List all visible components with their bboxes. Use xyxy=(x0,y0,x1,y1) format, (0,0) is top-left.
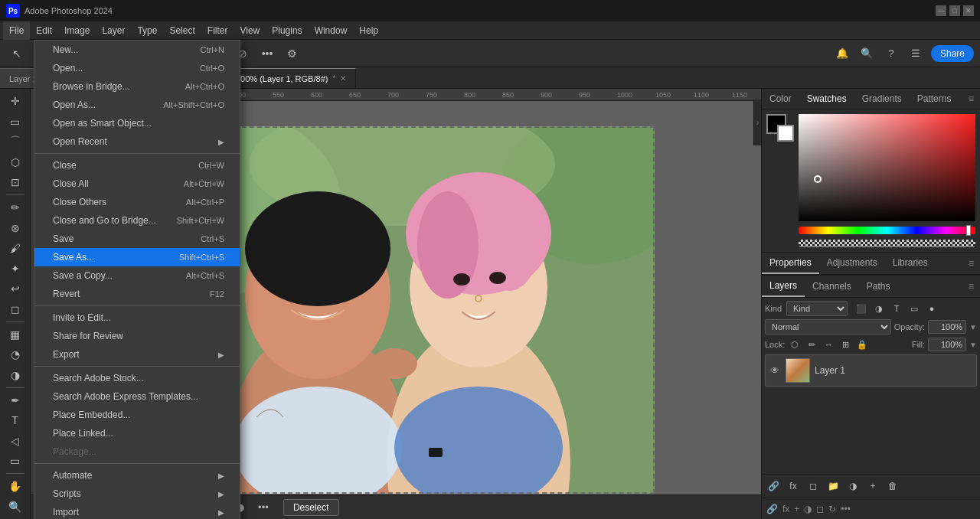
lock-pixels-button[interactable]: ✏ xyxy=(805,338,818,351)
workspace-icon[interactable]: ☰ xyxy=(906,44,925,63)
color-panel-menu[interactable]: ≡ xyxy=(962,90,980,107)
rectangular-marquee-tool[interactable]: ▭ xyxy=(3,112,28,130)
tab-paths[interactable]: Paths xyxy=(859,276,898,296)
tab-properties[interactable]: Properties xyxy=(762,253,819,274)
lock-position-button[interactable]: ↔ xyxy=(822,338,835,351)
zoom-tool[interactable]: 🔍 xyxy=(3,498,28,516)
menu-item-window[interactable]: Window xyxy=(309,21,354,40)
blur-tool[interactable]: ◔ xyxy=(3,345,28,364)
hand-tool[interactable]: ✋ xyxy=(3,477,28,495)
history-brush-tool[interactable]: ↩ xyxy=(3,279,28,298)
move-tool[interactable]: ✛ xyxy=(3,92,28,110)
menu-place-embedded[interactable]: Place Embedded... xyxy=(34,406,240,424)
menu-open-as[interactable]: Open As... Alt+Shift+Ctrl+O xyxy=(34,96,240,114)
tab-layers[interactable]: Layers xyxy=(762,276,805,297)
crop-tool[interactable]: ⊡ xyxy=(3,173,28,191)
menu-automate[interactable]: Automate ▶ xyxy=(34,466,240,485)
gradient-tool[interactable]: ▦ xyxy=(3,325,28,344)
blend-mode-select[interactable]: Normal xyxy=(765,319,891,335)
shape-tool[interactable]: ▭ xyxy=(3,452,28,470)
rotate-icon-bottom[interactable]: ↻ xyxy=(828,504,836,514)
link-layers-button[interactable]: 🔗 xyxy=(765,478,782,495)
alpha-slider[interactable] xyxy=(799,240,975,247)
menu-item-edit[interactable]: Edit xyxy=(30,21,58,40)
lock-transparent-button[interactable]: ⬡ xyxy=(788,338,802,351)
menu-save[interactable]: Save Ctrl+S xyxy=(34,230,240,248)
menu-import[interactable]: Import ▶ xyxy=(34,503,240,519)
properties-panel-menu[interactable]: ≡ xyxy=(962,253,980,274)
menu-scripts[interactable]: Scripts ▶ xyxy=(34,485,240,503)
background-swatch[interactable] xyxy=(777,125,794,142)
tab-libraries[interactable]: Libraries xyxy=(885,253,936,274)
hue-handle[interactable] xyxy=(966,225,971,236)
move-tool-option[interactable]: ↖ xyxy=(6,43,28,64)
maximize-button[interactable]: □ xyxy=(949,5,960,16)
color-fill-icon-bottom[interactable]: ◻ xyxy=(816,504,824,514)
lock-all-button[interactable]: 🔒 xyxy=(855,338,869,351)
menu-browse-bridge[interactable]: Browse in Bridge... Alt+Ctrl+O xyxy=(34,77,240,96)
menu-close-all[interactable]: Close All Alt+Ctrl+W xyxy=(34,175,240,193)
share-button[interactable]: Share xyxy=(931,45,974,62)
menu-open-recent[interactable]: Open Recent ▶ xyxy=(34,132,240,151)
deselect-button[interactable]: Deselect xyxy=(283,499,339,516)
tab-gradients[interactable]: Gradients xyxy=(854,89,910,109)
menu-share-review[interactable]: Share for Review xyxy=(34,327,240,345)
close-button[interactable]: ✕ xyxy=(963,5,974,16)
menu-item-image[interactable]: Image xyxy=(58,21,96,40)
menu-item-file[interactable]: File xyxy=(3,21,30,40)
menu-save-copy[interactable]: Save a Copy... Alt+Ctrl+S xyxy=(34,266,240,285)
type-tool[interactable]: T xyxy=(3,411,28,429)
add-mask-button[interactable]: ◻ xyxy=(805,478,822,495)
fill-input[interactable] xyxy=(928,338,966,351)
more-icon-bottom[interactable]: ••• xyxy=(841,504,851,514)
menu-close-others[interactable]: Close Others Alt+Ctrl+P xyxy=(34,193,240,211)
settings-option[interactable]: ⚙ xyxy=(281,43,302,64)
color-saturation-box[interactable] xyxy=(799,114,975,221)
fill-arrow[interactable]: ▼ xyxy=(969,341,977,349)
create-adjustment-button[interactable]: ◑ xyxy=(844,478,861,495)
tab-adjustments[interactable]: Adjustments xyxy=(819,253,885,274)
menu-export[interactable]: Export ▶ xyxy=(34,345,240,364)
more-bottom-button[interactable]: ••• xyxy=(254,498,273,517)
panel-collapse-handle[interactable]: › xyxy=(753,100,761,145)
tab-close-2[interactable]: ✕ xyxy=(340,74,346,83)
opacity-arrow[interactable]: ▼ xyxy=(969,323,977,331)
dodge-tool[interactable]: ◑ xyxy=(3,365,28,384)
tab-patterns[interactable]: Patterns xyxy=(910,89,959,109)
menu-search-stock[interactable]: Search Adobe Stock... xyxy=(34,369,240,387)
menu-save-as[interactable]: Save As... Shift+Ctrl+S xyxy=(34,248,240,266)
adjustments-icon-bottom[interactable]: ◑ xyxy=(804,504,812,514)
fx-icon-bottom[interactable]: fx xyxy=(782,504,789,514)
clone-stamp-tool[interactable]: ✦ xyxy=(3,259,28,277)
hue-slider[interactable] xyxy=(799,227,975,234)
layer-type-icon[interactable]: T xyxy=(889,301,904,316)
menu-close-bridge[interactable]: Close and Go to Bridge... Shift+Ctrl+W xyxy=(34,211,240,230)
menu-open-smart[interactable]: Open as Smart Object... xyxy=(34,114,240,132)
more-options[interactable]: ••• xyxy=(256,43,278,64)
menu-new[interactable]: New... Ctrl+N xyxy=(34,41,240,59)
tab-color[interactable]: Color xyxy=(762,89,799,109)
menu-item-layer[interactable]: Layer xyxy=(96,21,131,40)
eyedropper-tool[interactable]: ✏ xyxy=(3,198,28,217)
layer-adjust-icon[interactable]: ◑ xyxy=(871,301,887,316)
create-group-button[interactable]: 📁 xyxy=(825,478,841,495)
eraser-tool[interactable]: ◻ xyxy=(3,299,28,318)
pen-tool[interactable]: ✒ xyxy=(3,391,28,410)
healing-brush-tool[interactable]: ⊛ xyxy=(3,218,28,237)
layers-panel-menu[interactable]: ≡ xyxy=(962,278,980,295)
brush-tool[interactable]: 🖌 xyxy=(3,239,28,257)
menu-item-view[interactable]: View xyxy=(234,21,266,40)
menu-revert[interactable]: Revert F12 xyxy=(34,285,240,303)
link-icon-bottom[interactable]: 🔗 xyxy=(766,504,778,514)
layer-pixel-icon[interactable]: ⬛ xyxy=(854,301,869,316)
menu-item-type[interactable]: Type xyxy=(131,21,163,40)
layer-effects-button[interactable]: fx xyxy=(785,478,802,495)
lock-artboard-button[interactable]: ⊞ xyxy=(838,338,852,351)
menu-search-express[interactable]: Search Adobe Express Templates... xyxy=(34,387,240,406)
menu-close[interactable]: Close Ctrl+W xyxy=(34,156,240,175)
lasso-tool[interactable]: ⌒ xyxy=(3,132,28,151)
delete-layer-button[interactable]: 🗑 xyxy=(884,478,901,495)
layer-item-1[interactable]: 👁 Layer 1 xyxy=(765,354,977,387)
opacity-input[interactable] xyxy=(928,320,966,334)
menu-invite-edit[interactable]: Invite to Edit... xyxy=(34,308,240,327)
